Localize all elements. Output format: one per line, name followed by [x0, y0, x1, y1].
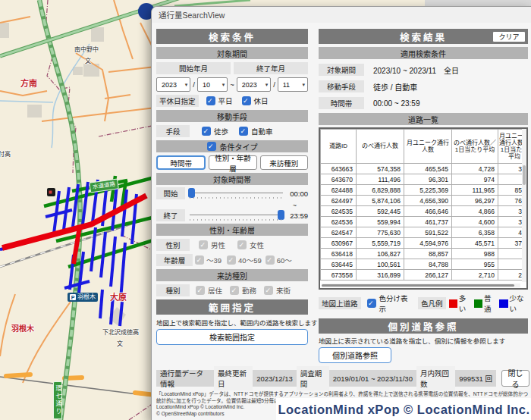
column-header[interactable]: 道路ID [321, 130, 357, 164]
table-cell: 988 [452, 249, 498, 259]
walk-label: 徒歩 [214, 126, 228, 136]
legend-swatch [499, 299, 507, 308]
table-row[interactable]: 624547775,630591,5226,3584,8 [321, 227, 529, 238]
end-month-select[interactable]: 11 ▾ [278, 77, 308, 92]
time-range-header: 対象時間帯 [156, 173, 308, 185]
table-row[interactable]: 643663574,358465,5454,7283,8 [321, 164, 529, 174]
age-40-59-checkbox[interactable] [227, 255, 236, 265]
start-year-select[interactable]: 2023 ▾ [156, 77, 190, 92]
table-cell: 624497 [321, 196, 357, 206]
scrollbar-thumb[interactable] [322, 284, 514, 287]
horizontal-scrollbar[interactable] [322, 284, 520, 287]
female-checkbox[interactable] [237, 240, 247, 249]
road-table[interactable]: 道路IDのべ通行人数月ユニーク通行人数のべ通行人数／1日当たり平均月ユニーク通行… [319, 127, 528, 290]
visiting-checkbox[interactable] [264, 286, 273, 295]
map-label: 方南 [20, 80, 37, 88]
table-cell: 624547 [321, 227, 357, 238]
table-cell: 4,600 [452, 217, 498, 227]
holiday-checkbox[interactable] [242, 96, 251, 105]
work-checkbox[interactable] [230, 286, 239, 295]
weekday-checkbox[interactable] [206, 96, 215, 105]
table-cell: 974 [452, 174, 498, 185]
condition-type-checkbox[interactable] [207, 142, 216, 151]
individual-road-button[interactable]: 個別道路参照 [319, 347, 391, 363]
table-cell: 100,561 [357, 259, 404, 270]
map-label: 文 [85, 58, 91, 64]
search-results-title: 検索結果 [400, 30, 447, 44]
map-label: 水道道路 [89, 178, 119, 193]
range-select-button[interactable]: 検索範囲指定 [156, 329, 308, 345]
legend-text: 少ない [510, 293, 528, 314]
tab-visit-type[interactable]: 来訪種別 [260, 155, 308, 170]
age-40-59-label: 40～59 [238, 255, 262, 265]
column-header[interactable]: 月ユニーク通行人数 [404, 130, 452, 164]
applied-transport-value: 徒歩 / 自動車 [373, 81, 417, 92]
table-cell: 636445 [321, 259, 357, 270]
transport-label: 手段 [156, 125, 190, 137]
table-cell: 559,994 [357, 217, 404, 227]
table-row[interactable]: 6309675,559,7194,594,97645,57137,6 [321, 238, 529, 249]
end-time-slider[interactable] [188, 210, 284, 221]
color-legend-items: 多い普通少ない [449, 293, 528, 314]
map-label: P羽根木 [68, 293, 98, 302]
table-row[interactable]: 643670111,49696,3019748 [321, 174, 529, 185]
male-checkbox[interactable] [199, 240, 208, 249]
table-row[interactable]: 636445100,56184,7889558 [321, 259, 529, 270]
start-time-label: 開始 [156, 187, 185, 199]
residence-checkbox[interactable] [196, 286, 205, 295]
map-label: 大原 [110, 293, 127, 302]
car-checkbox[interactable] [239, 127, 248, 136]
range-spec-description: 地図上で検索範囲を指定し、範囲内の道路を検索します [156, 318, 308, 327]
map-roads-label: 地図上道路 [319, 297, 361, 309]
color-display-label: 色分け表示 [379, 293, 411, 314]
table-cell: 465,545 [404, 164, 452, 174]
road-list-header: 道路一覧 [319, 113, 528, 125]
table-cell: 643663 [321, 164, 357, 174]
scrollbar-thumb[interactable] [523, 165, 526, 185]
female-label: 女性 [250, 240, 264, 250]
gender-age-header: 性別・年齢層 [156, 224, 308, 236]
walk-checkbox[interactable] [202, 127, 211, 136]
gender-label: 性別 [156, 239, 190, 251]
table-row[interactable]: 624535592,445466,6464,8663,8 [321, 206, 529, 217]
end-ym-label: 終了年月 [234, 62, 308, 74]
table-row[interactable]: 6244886,829,8885,225,369111,96585,6 [321, 185, 529, 196]
table-cell: 88,857 [404, 249, 452, 259]
start-month-select[interactable]: 10 ▾ [197, 77, 228, 92]
age-over60-label: 60～ [277, 255, 292, 265]
table-row[interactable]: 636418106,82788,8579888 [321, 249, 529, 259]
age-under39-label: ～39 [206, 255, 222, 265]
end-year-select[interactable]: 2023 ▾ [237, 77, 271, 92]
period-tilde: ~ [230, 80, 234, 89]
slider-thumb[interactable] [188, 188, 195, 198]
slider-thumb[interactable] [278, 210, 284, 220]
table-row[interactable]: 673558316,899266,1272,7102,2 [321, 270, 529, 281]
table-cell: 636418 [321, 249, 357, 259]
remaining-count-value: 999531 回 [459, 373, 492, 384]
column-header[interactable]: のべ通行人数 [357, 130, 404, 164]
color-display-checkbox[interactable] [367, 299, 376, 308]
table-cell: 624536 [321, 217, 357, 227]
applied-time-value: 00:00 ~ 23:59 [373, 99, 419, 108]
tab-time-range[interactable]: 時間帯 [156, 155, 206, 170]
table-row[interactable]: 6244975,874,1064,656,39096,29776,3 [321, 196, 529, 206]
tab-gender-age[interactable]: 性別・年齢層 [209, 155, 256, 170]
end-time-label: 終了 [156, 209, 185, 221]
start-time-slider[interactable] [188, 188, 284, 199]
table-cell: 624488 [321, 185, 357, 196]
car-label: 自動車 [251, 126, 273, 136]
vertical-scrollbar[interactable] [522, 129, 526, 282]
holiday-label: 休日 [254, 96, 269, 106]
table-cell: 45,571 [452, 238, 498, 249]
column-header[interactable]: のべ通行人数／1日当たり平均 [452, 130, 498, 164]
age-over60-checkbox[interactable] [266, 255, 275, 265]
age-under39-checkbox[interactable] [195, 255, 204, 265]
clear-button[interactable]: クリア [492, 31, 526, 42]
table-row[interactable]: 624536559,994461,7374,6003,7 [321, 217, 529, 227]
table-cell: 4,656,390 [404, 196, 452, 206]
window-titlebar[interactable]: 通行量SearchView [152, 7, 531, 23]
date-slash: / [273, 80, 275, 89]
applied-transport-label: 移動手段 [319, 80, 364, 92]
close-button[interactable]: 閉じる [501, 370, 529, 387]
time-tilde: ~ [156, 202, 308, 208]
